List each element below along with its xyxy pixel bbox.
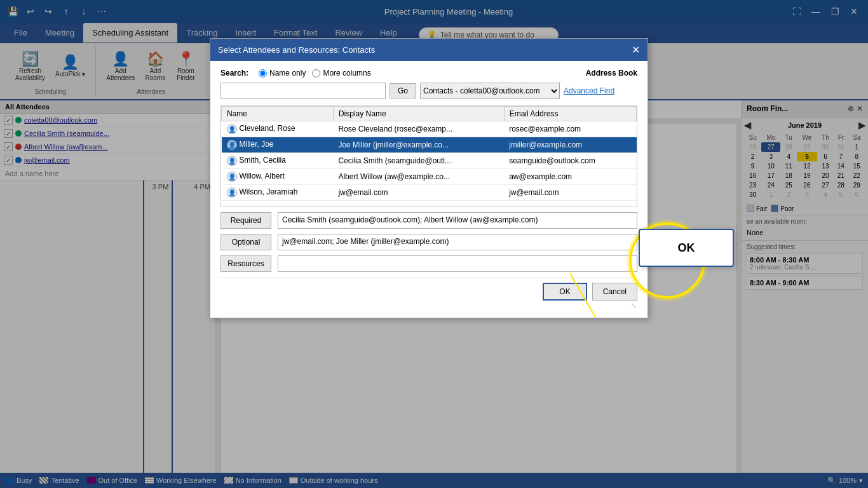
contact-email: jw@email.com bbox=[504, 185, 636, 201]
contact-icon: 👤 bbox=[227, 172, 237, 182]
contact-name: 👤Wilson, Jeramiah bbox=[222, 185, 334, 201]
required-row: Required Cecilia Smith (seamguide@outloo… bbox=[220, 212, 637, 229]
contact-name: 👤Cleveland, Rose bbox=[222, 121, 334, 137]
contact-display: Albert Willow (aw@example.co... bbox=[333, 169, 504, 185]
radio-name-only-input[interactable] bbox=[259, 69, 267, 78]
contact-icon: 👤 bbox=[227, 140, 237, 150]
radio-name-only[interactable]: Name only bbox=[259, 69, 306, 78]
contact-display: Rose Cleveland (rosec@examp... bbox=[333, 121, 504, 137]
address-book-dropdown[interactable]: Contacts - coletta00@outlook.com bbox=[420, 83, 560, 99]
contact-name: 👤Smith, Cecilia bbox=[222, 153, 334, 169]
resources-field[interactable] bbox=[278, 255, 637, 272]
search-label: Search: bbox=[220, 69, 248, 78]
contacts-table-container: Name Display Name Email Address 👤Clevela… bbox=[220, 105, 637, 207]
contact-row[interactable]: 👤Wilson, Jeramiah jw@email.com jw@email.… bbox=[222, 185, 637, 201]
modal-close-button[interactable]: ✕ bbox=[632, 44, 640, 56]
contact-email: rosec@example.com bbox=[504, 121, 636, 137]
advanced-find-link[interactable]: Advanced Find bbox=[564, 86, 614, 95]
contact-email: seamguide@outlook.com bbox=[504, 153, 636, 169]
contact-row-selected[interactable]: 👤Miller, Joe Joe Miller (jmiller@example… bbox=[222, 137, 637, 153]
optional-row: Optional jw@email.com; Joe Miller (jmill… bbox=[220, 234, 637, 250]
col-name: Name bbox=[222, 107, 334, 121]
optional-button[interactable]: Optional bbox=[220, 234, 271, 250]
modal-body: Search: Name only More columns Address B… bbox=[210, 61, 648, 318]
required-button[interactable]: Required bbox=[220, 212, 271, 229]
contact-name: 👤Miller, Joe bbox=[222, 137, 334, 153]
modal-title: Select Attendees and Resources: Contacts bbox=[218, 45, 375, 55]
contact-icon: 👤 bbox=[227, 156, 237, 166]
resources-button[interactable]: Resources bbox=[220, 255, 271, 272]
ok-large-label: OK bbox=[678, 241, 695, 254]
contact-row[interactable]: 👤Smith, Cecilia Cecilia Smith (seamguide… bbox=[222, 153, 637, 169]
modal-cancel-button[interactable]: Cancel bbox=[592, 283, 637, 301]
address-book-label: Address Book bbox=[586, 69, 637, 78]
go-button[interactable]: Go bbox=[390, 83, 416, 98]
search-row: Search: Name only More columns Address B… bbox=[220, 69, 637, 78]
radio-more-columns-input[interactable] bbox=[312, 69, 320, 78]
contact-display: Cecilia Smith (seamguide@outl... bbox=[333, 153, 504, 169]
radio-group: Name only More columns bbox=[259, 69, 371, 78]
modal-overlay: Select Attendees and Resources: Contacts… bbox=[0, 0, 868, 488]
contact-email: aw@example.com bbox=[504, 169, 636, 185]
modal-ok-button[interactable]: OK bbox=[543, 283, 587, 301]
resize-icon: ⤡ bbox=[631, 302, 636, 309]
resources-row: Resources bbox=[220, 255, 637, 272]
contact-icon: 👤 bbox=[227, 187, 237, 198]
contact-display: jw@email.com bbox=[333, 185, 504, 201]
radio-more-columns[interactable]: More columns bbox=[312, 69, 370, 78]
contact-display: Joe Miller (jmiller@example.co... bbox=[333, 137, 504, 153]
contact-row[interactable]: 👤Willow, Albert Albert Willow (aw@exampl… bbox=[222, 169, 637, 185]
ok-large-button[interactable]: OK bbox=[639, 229, 734, 267]
search-input-row: Go Contacts - coletta00@outlook.com Adva… bbox=[220, 83, 637, 99]
col-display-name: Display Name bbox=[333, 107, 504, 121]
radio-name-only-label: Name only bbox=[269, 69, 306, 78]
col-email: Email Address bbox=[504, 107, 636, 121]
required-field[interactable]: Cecilia Smith (seamguide@outlook.com); A… bbox=[278, 212, 637, 229]
contact-name: 👤Willow, Albert bbox=[222, 169, 334, 185]
contact-email: jmiller@example.com bbox=[504, 137, 636, 153]
optional-field[interactable]: jw@email.com; Joe Miller (jmiller@exampl… bbox=[278, 234, 637, 250]
contact-row[interactable]: 👤Cleveland, Rose Rose Cleveland (rosec@e… bbox=[222, 121, 637, 137]
resize-handle[interactable]: ⤡ bbox=[220, 301, 637, 310]
modal-buttons: OK Cancel bbox=[220, 277, 637, 301]
search-input[interactable] bbox=[220, 83, 386, 99]
radio-more-columns-label: More columns bbox=[323, 69, 370, 78]
contacts-table: Name Display Name Email Address 👤Clevela… bbox=[221, 106, 637, 201]
contact-icon: 👤 bbox=[227, 124, 237, 134]
select-attendees-modal: Select Attendees and Resources: Contacts… bbox=[210, 38, 648, 318]
modal-title-bar: Select Attendees and Resources: Contacts… bbox=[210, 39, 648, 61]
